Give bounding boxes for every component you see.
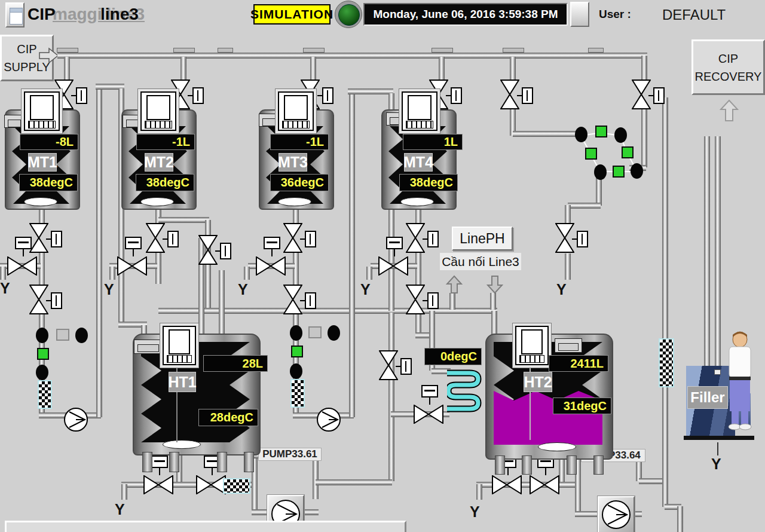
valve-icon[interactable] <box>117 256 147 276</box>
valve-icon[interactable] <box>632 80 651 109</box>
status-indicator-green <box>622 146 634 158</box>
valve-icon[interactable] <box>500 80 519 109</box>
valve-icon[interactable] <box>283 285 302 314</box>
tank-leg <box>567 455 577 475</box>
valve-icon[interactable] <box>29 285 48 314</box>
page-title: CIP <box>27 5 56 24</box>
pipe-flange <box>503 48 524 53</box>
status-indicator-green <box>37 348 49 360</box>
simulation-button[interactable]: SIMULATION <box>253 4 331 25</box>
status-lamp-black <box>328 325 340 341</box>
flex-hose <box>223 478 250 494</box>
temp-display: 36degC <box>270 174 329 191</box>
flow-arrow-down-icon <box>486 275 503 294</box>
agitator-motor-icon <box>402 91 437 131</box>
status-lamp-black <box>631 163 643 179</box>
status-indicator-gray <box>56 329 69 341</box>
status-indicator-green <box>585 148 597 160</box>
status-indicator-gray <box>308 326 322 338</box>
valve-icon[interactable] <box>196 475 226 494</box>
valve-actuator-icon <box>167 231 179 247</box>
valve-icon[interactable] <box>29 223 48 253</box>
agitator-motor-icon <box>24 91 60 131</box>
valve-actuator-icon <box>151 455 168 468</box>
tank-label: HT2 <box>524 372 552 392</box>
tank-flange <box>4 115 25 128</box>
valve-icon[interactable] <box>492 475 522 494</box>
drain-y-label: Y <box>238 281 248 298</box>
valve-actuator-icon <box>522 87 533 104</box>
valve-actuator-icon <box>386 237 403 249</box>
valve-icon[interactable] <box>283 223 302 253</box>
window-icon[interactable] <box>5 2 25 27</box>
valve-icon[interactable] <box>378 256 408 276</box>
valve-icon[interactable] <box>530 475 559 494</box>
datetime-display: Monday, June 06, 2016 3:59:38 PM <box>363 3 568 26</box>
status-lamp-black <box>36 328 48 343</box>
level-display: -8L <box>20 134 78 150</box>
pipe <box>39 253 45 287</box>
pipe-flange <box>173 48 195 53</box>
valve-icon[interactable] <box>256 256 286 276</box>
status-indicator-green <box>595 126 607 137</box>
flex-hose <box>38 380 52 409</box>
status-lamp-black <box>290 325 302 341</box>
tank-leg <box>142 452 152 472</box>
valve-icon[interactable] <box>414 405 443 424</box>
status-indicator-green <box>613 166 625 178</box>
pump-icon <box>600 499 632 531</box>
lineph-button[interactable]: LinePH <box>452 227 513 250</box>
tank-bottom-ellipse <box>400 197 434 206</box>
agitator-motor-icon <box>163 326 196 365</box>
valve-icon[interactable] <box>555 223 574 253</box>
valve-icon[interactable] <box>7 256 37 276</box>
valve-actuator-icon <box>51 231 62 247</box>
valve-icon[interactable] <box>379 350 398 380</box>
cip-recovery-line2: RECOVERY <box>695 68 762 85</box>
pipe <box>64 57 70 82</box>
temp-display: 31degC <box>553 398 611 414</box>
filler-label: Filler <box>687 386 728 409</box>
user-value[interactable]: DEFAULT <box>662 7 726 23</box>
pipe <box>57 53 647 59</box>
pipe <box>565 253 571 280</box>
valve-icon[interactable] <box>143 475 173 494</box>
pipe <box>158 308 497 314</box>
status-lamp-black <box>75 328 88 343</box>
valve-icon[interactable] <box>146 223 165 253</box>
pipe <box>310 57 316 82</box>
valve-actuator-icon <box>76 87 87 104</box>
level-display: -1L <box>270 134 329 150</box>
drain-y-label: Y <box>556 281 567 298</box>
pipe <box>568 203 601 209</box>
pipe-flange <box>303 48 325 53</box>
temp-display: 38degC <box>19 174 78 191</box>
pipe-flange <box>218 48 233 53</box>
cip-recovery-button[interactable]: CIP RECOVERY <box>691 39 765 95</box>
pipe <box>639 478 665 484</box>
pump-icon[interactable] <box>63 406 89 433</box>
valve-icon[interactable] <box>406 285 425 314</box>
pump-icon[interactable] <box>316 406 342 433</box>
valve-actuator-icon <box>577 231 588 247</box>
tank-leg <box>217 452 227 472</box>
pump[interactable] <box>598 496 635 532</box>
valve-actuator-icon <box>192 87 204 104</box>
valve-actuator-icon <box>322 87 333 104</box>
valve-actuator-icon <box>305 292 316 309</box>
valve-icon[interactable] <box>198 235 218 265</box>
bottom-panel[interactable] <box>5 521 406 532</box>
heat-exchanger-coil-icon <box>447 366 483 417</box>
drain-y-label: Y <box>360 281 371 298</box>
valve-actuator-icon <box>15 237 32 249</box>
header-small-button[interactable] <box>570 2 589 27</box>
tank-bottom-ellipse <box>140 197 174 206</box>
pipe <box>596 178 602 206</box>
valve-actuator-icon <box>305 231 316 247</box>
tank-label: MT2 <box>145 153 173 172</box>
drain-y-label: Y <box>711 455 721 473</box>
valve-icon[interactable] <box>406 223 425 253</box>
cip-supply-line1: CIP <box>17 40 36 58</box>
pipe <box>348 88 393 94</box>
valve-actuator-icon <box>51 292 62 309</box>
